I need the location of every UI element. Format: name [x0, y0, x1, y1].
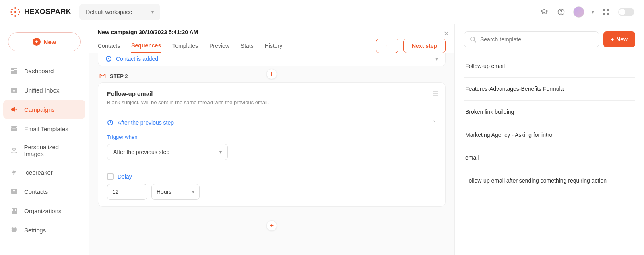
tab-contacts[interactable]: Contacts — [98, 39, 120, 52]
sidebar-item-organizations[interactable]: Organizations — [3, 201, 85, 220]
dashboard-icon — [10, 66, 19, 75]
search-template-input[interactable] — [480, 36, 593, 43]
template-item[interactable]: Follow-up email — [464, 55, 635, 78]
delay-value-input[interactable] — [107, 184, 147, 200]
sidebar-item-images[interactable]: Personalized Images — [3, 138, 85, 162]
svg-rect-29 — [15, 210, 16, 211]
clock-icon — [105, 56, 112, 62]
plus-icon: + — [611, 36, 614, 43]
sidebar-item-label: Contacts — [24, 188, 48, 195]
trigger-contact-added[interactable]: Contact is added ▾ — [98, 53, 446, 66]
add-step-button-bottom[interactable]: + — [266, 220, 277, 231]
new-button[interactable]: + New — [8, 32, 80, 51]
new-template-button[interactable]: + New — [603, 31, 635, 47]
chevron-down-icon: ▾ — [435, 56, 438, 62]
sidebar-item-label: Settings — [24, 227, 46, 234]
step-header: STEP 2 + — [98, 70, 446, 82]
svg-rect-21 — [11, 126, 17, 131]
chevron-up-icon: ⌃ — [431, 119, 436, 126]
sidebar-item-campaigns[interactable]: Campaigns — [3, 100, 85, 119]
sidebar-item-inbox[interactable]: Unified Inbox — [3, 80, 85, 100]
chevron-down-icon: ▾ — [219, 149, 222, 155]
plus-icon: + — [33, 38, 41, 46]
svg-point-24 — [13, 190, 15, 192]
delay-unit-select[interactable]: Hours ▾ — [151, 184, 200, 200]
svg-rect-16 — [14, 68, 17, 69]
svg-rect-20 — [11, 109, 12, 110]
back-button[interactable]: ← — [376, 39, 398, 53]
tab-stats[interactable]: Stats — [241, 39, 254, 52]
delay-label: Delay — [118, 173, 132, 180]
add-step-button[interactable]: + — [266, 69, 277, 79]
avatar-chevron-icon[interactable]: ▾ — [592, 9, 594, 15]
workspace-selector[interactable]: Default workspace ▾ — [79, 4, 160, 20]
after-step-label: After the previous step — [118, 119, 174, 126]
sidebar-item-templates[interactable]: Email Templates — [3, 119, 85, 138]
svg-point-2 — [19, 11, 20, 13]
chevron-down-icon: ▾ — [192, 189, 194, 195]
campaign-title: New campaign 30/10/2023 5:41:20 AM — [98, 29, 446, 35]
graduation-icon[interactable] — [539, 7, 549, 17]
close-icon[interactable]: ✕ — [444, 30, 449, 37]
svg-rect-13 — [603, 13, 605, 15]
tab-preview[interactable]: Preview — [209, 39, 229, 52]
campaign-tabs: Contacts Sequences Templates Preview Sta… — [98, 39, 446, 53]
sidebar-item-contacts[interactable]: Contacts — [3, 182, 85, 201]
topbar: HEXOSPARK Default workspace ▾ ▾ — [0, 0, 644, 24]
template-item[interactable]: Follow-up email after sending something … — [464, 169, 635, 192]
svg-point-35 — [471, 37, 475, 41]
sidebar-item-label: Icebreaker — [24, 169, 53, 176]
template-item[interactable]: email — [464, 146, 635, 169]
trigger-when-label: Trigger when — [107, 134, 436, 140]
inbox-icon — [10, 86, 19, 95]
building-icon — [10, 206, 19, 215]
bolt-icon — [10, 168, 19, 177]
trigger-label: Contact is added — [116, 56, 158, 62]
help-icon[interactable] — [556, 7, 566, 17]
template-item[interactable]: Broken link building — [464, 101, 635, 123]
step-card-title: Follow-up email — [107, 90, 436, 97]
template-item[interactable]: Marketing Agency - Asking for intro — [464, 123, 635, 146]
template-item[interactable]: Features-Advantages-Benefits Formula — [464, 78, 635, 101]
tab-templates[interactable]: Templates — [172, 39, 198, 52]
megaphone-icon — [10, 105, 19, 114]
image-icon — [10, 146, 18, 155]
sidebar-item-settings[interactable]: Settings — [3, 220, 85, 240]
sidebar-item-dashboard[interactable]: Dashboard — [3, 61, 85, 80]
trigger-when-select[interactable]: After the previous step ▾ — [107, 144, 228, 160]
card-menu-icon[interactable]: ☰ — [432, 90, 438, 98]
mail-icon — [10, 124, 19, 133]
mail-icon — [99, 73, 106, 79]
search-template[interactable] — [464, 31, 599, 47]
new-button-label: New — [44, 39, 56, 45]
tab-history[interactable]: History — [265, 39, 283, 52]
svg-point-7 — [11, 9, 13, 10]
delay-checkbox[interactable] — [107, 173, 114, 180]
campaign-editor: ✕ New campaign 30/10/2023 5:41:20 AM Con… — [89, 24, 455, 255]
svg-rect-11 — [603, 9, 605, 11]
contact-icon — [10, 187, 19, 196]
apps-grid-icon[interactable] — [601, 7, 611, 17]
svg-rect-15 — [11, 68, 14, 70]
svg-point-22 — [13, 148, 15, 150]
brand-name: HEXOSPARK — [24, 8, 71, 16]
svg-rect-28 — [12, 210, 13, 211]
clock-icon — [107, 119, 114, 126]
sidebar-item-icebreaker[interactable]: Icebreaker — [3, 162, 85, 182]
tab-sequences[interactable]: Sequences — [131, 39, 161, 53]
theme-toggle[interactable] — [618, 8, 634, 16]
next-step-button[interactable]: Next step — [403, 39, 446, 53]
trigger-when-value: After the previous step — [113, 149, 169, 155]
sidebar-item-label: Personalized Images — [24, 144, 79, 157]
svg-point-6 — [10, 11, 12, 13]
svg-rect-14 — [607, 13, 609, 15]
step-card: Follow-up email Blank subject. Will be s… — [98, 82, 446, 207]
logo[interactable]: HEXOSPARK — [10, 6, 71, 18]
svg-point-3 — [18, 14, 19, 15]
sidebar-item-label: Unified Inbox — [24, 87, 60, 94]
avatar[interactable] — [573, 6, 584, 18]
templates-panel: + New Follow-up email Features-Advantage… — [455, 24, 644, 255]
after-step-toggle[interactable]: After the previous step ⌃ — [107, 119, 436, 126]
workspace-label: Default workspace — [86, 9, 132, 15]
svg-rect-18 — [11, 71, 14, 74]
